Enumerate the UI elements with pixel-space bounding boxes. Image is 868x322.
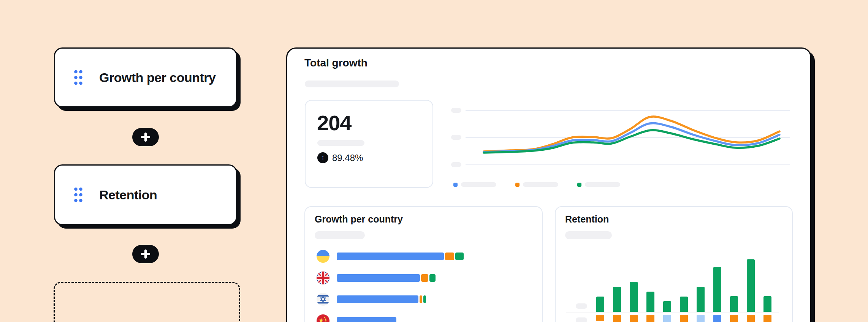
retention-bar [646, 292, 654, 312]
country-row-israel [317, 293, 427, 306]
bar-segment-green [429, 274, 436, 282]
library-card-label: Retention [99, 188, 157, 202]
flag-uk-icon [317, 271, 329, 284]
add-widget-button[interactable] [132, 128, 159, 146]
legend-item-orange [515, 182, 558, 187]
bar-segment-orange [420, 295, 422, 303]
bar-segment-blue [337, 253, 444, 260]
stat-label-skeleton [317, 140, 364, 146]
widget-title: Retention [565, 214, 609, 225]
chart-legend [453, 182, 639, 187]
subtitle-skeleton [305, 80, 399, 87]
dashboard-panel: Total growth 204 ↑ 89.48% Growth per [286, 47, 811, 322]
bar-segment-blue [337, 317, 396, 322]
legend-item-blue [453, 182, 496, 187]
library-card-growth-per-country[interactable]: Growth per country [54, 47, 237, 107]
library-card-label: Growth per country [99, 70, 215, 85]
retention-below-segment-orange [763, 315, 771, 322]
legend-swatch-icon [453, 183, 458, 187]
retention-bar [730, 296, 738, 312]
y-tick-skeleton [451, 108, 461, 113]
y-tick-skeleton [576, 317, 587, 322]
total-growth-line-chart [466, 104, 795, 172]
bar-segment-orange [445, 253, 454, 260]
flag-ukraine-icon [317, 250, 329, 263]
legend-label-skeleton [461, 182, 496, 187]
retention-bar [663, 301, 671, 312]
widget-subtitle-skeleton [315, 231, 365, 239]
retention-bar [747, 259, 755, 312]
total-growth-stat-card: 204 ↑ 89.48% [305, 100, 433, 188]
retention-bar [596, 297, 604, 312]
retention-below-segment-orange [747, 315, 755, 322]
legend-swatch-icon [515, 183, 520, 187]
stat-change-value: 89.48% [332, 153, 363, 163]
y-tick-skeleton [451, 135, 461, 140]
panel-title: Total growth [304, 57, 367, 69]
country-row-china [317, 314, 398, 322]
retention-below-segment-orange [630, 315, 638, 322]
growth-per-country-widget: Growth per country [304, 206, 543, 322]
retention-widget: Retention [555, 206, 793, 322]
stacked-bar [337, 317, 398, 322]
stacked-bar [337, 295, 427, 303]
bar-segment-blue [337, 274, 420, 282]
country-row-uk [317, 271, 437, 284]
bar-segment-green [455, 253, 464, 260]
retention-below-segment-orange [596, 315, 604, 321]
flag-israel-icon [317, 293, 329, 306]
retention-bar [613, 287, 621, 312]
legend-label-skeleton [523, 182, 558, 187]
stacked-bar [337, 274, 437, 282]
bar-segment-orange [421, 274, 428, 282]
bar-segment-blue [337, 295, 418, 303]
retention-below-segment-orange [646, 315, 654, 322]
retention-bar [697, 287, 705, 312]
y-tick-skeleton [576, 303, 587, 309]
retention-bar [680, 297, 688, 312]
orange-series-line [484, 117, 779, 152]
drag-handle-icon[interactable] [74, 187, 82, 202]
retention-below-segment-light_blue [697, 315, 705, 322]
flag-china-icon [317, 314, 329, 322]
bar-segment-green [423, 295, 426, 303]
stat-change-badge: ↑ 89.48% [317, 152, 363, 163]
stat-value: 204 [317, 110, 351, 135]
y-tick-skeleton [451, 162, 461, 167]
retention-below-segment-orange [613, 315, 621, 322]
add-widget-button[interactable] [132, 245, 159, 263]
drag-handle-icon[interactable] [74, 70, 82, 85]
retention-bar [630, 282, 638, 312]
retention-below-segment-blue [713, 315, 721, 322]
chart-baseline [566, 312, 779, 313]
country-row-ukraine [317, 250, 465, 263]
stacked-bar [337, 253, 465, 260]
retention-below-segment-orange [730, 315, 738, 322]
widget-subtitle-skeleton [565, 231, 612, 239]
widget-title: Growth per country [315, 214, 403, 225]
legend-item-green [577, 182, 620, 187]
arrow-up-icon: ↑ [317, 152, 328, 163]
retention-below-segment-orange [680, 315, 688, 322]
retention-bar [713, 267, 721, 312]
empty-widget-slot[interactable] [54, 282, 240, 322]
legend-swatch-icon [577, 183, 581, 187]
retention-below-segment-light_blue [663, 315, 671, 322]
library-card-retention[interactable]: Retention [54, 164, 237, 225]
retention-bar [763, 296, 771, 312]
legend-label-skeleton [585, 182, 620, 187]
